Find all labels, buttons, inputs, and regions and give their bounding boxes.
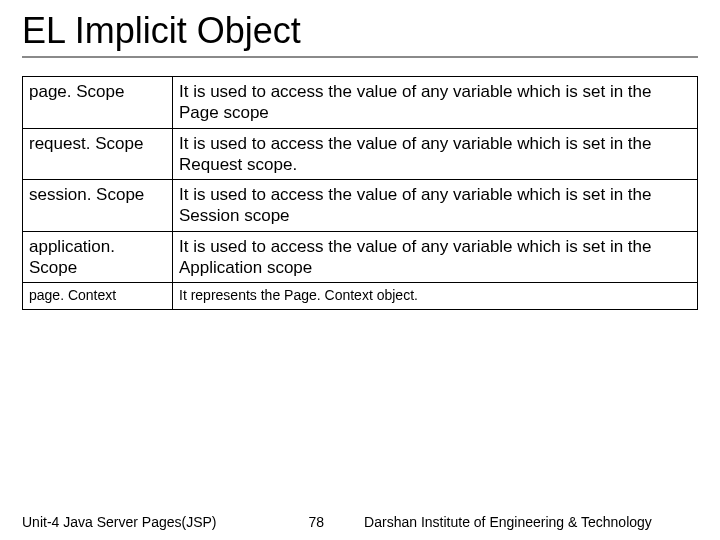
object-desc: It is used to access the value of any va… xyxy=(173,180,698,232)
object-desc: It is used to access the value of any va… xyxy=(173,231,698,283)
table-row: page. Context It represents the Page. Co… xyxy=(23,283,698,310)
object-name: session. Scope xyxy=(23,180,173,232)
implicit-object-table: page. Scope It is used to access the val… xyxy=(22,76,698,310)
object-desc: It represents the Page. Context object. xyxy=(173,283,698,310)
page-number: 78 xyxy=(309,514,325,530)
slide: EL Implicit Object page. Scope It is use… xyxy=(0,0,720,540)
object-name: application. Scope xyxy=(23,231,173,283)
object-desc: It is used to access the value of any va… xyxy=(173,128,698,180)
footer-institute: Darshan Institute of Engineering & Techn… xyxy=(364,514,698,530)
table-row: application. Scope It is used to access … xyxy=(23,231,698,283)
object-name: request. Scope xyxy=(23,128,173,180)
footer: Unit-4 Java Server Pages(JSP) 78 Darshan… xyxy=(0,514,720,530)
table-row: page. Scope It is used to access the val… xyxy=(23,77,698,129)
object-name: page. Scope xyxy=(23,77,173,129)
slide-title: EL Implicit Object xyxy=(22,10,698,58)
object-name: page. Context xyxy=(23,283,173,310)
table-row: session. Scope It is used to access the … xyxy=(23,180,698,232)
table-row: request. Scope It is used to access the … xyxy=(23,128,698,180)
object-desc: It is used to access the value of any va… xyxy=(173,77,698,129)
footer-unit: Unit-4 Java Server Pages(JSP) xyxy=(22,514,217,530)
